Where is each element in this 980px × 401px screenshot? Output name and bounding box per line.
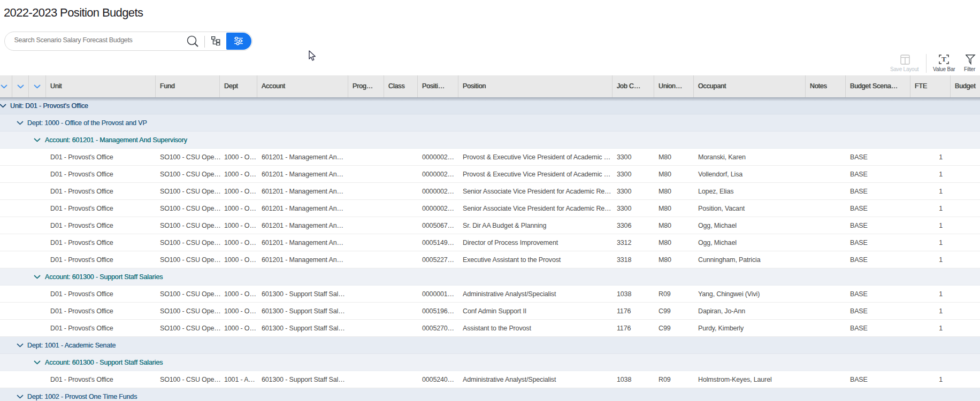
svg-text:T: T xyxy=(941,55,946,63)
